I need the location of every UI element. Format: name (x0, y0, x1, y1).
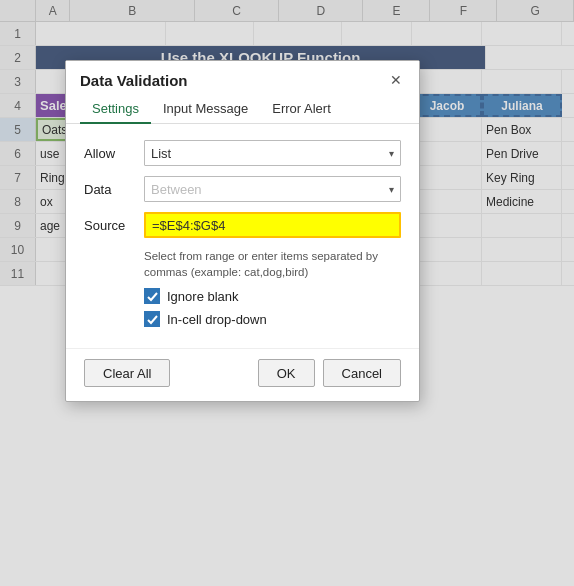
hint-text: Select from range or enter items separat… (144, 248, 401, 280)
data-select[interactable]: Between ▾ (144, 176, 401, 202)
ignore-blank-checkbox[interactable] (144, 288, 160, 304)
cancel-button[interactable]: Cancel (323, 359, 401, 387)
source-row: Source (84, 212, 401, 238)
close-button[interactable]: ✕ (387, 71, 405, 89)
tab-settings[interactable]: Settings (80, 95, 151, 124)
allow-select[interactable]: List ▾ (144, 140, 401, 166)
checkmark-icon (147, 314, 158, 325)
checkmark-icon (147, 291, 158, 302)
allow-row: Allow List ▾ (84, 140, 401, 166)
dialog-body: Allow List ▾ Data Between ▾ Source (66, 134, 419, 344)
allow-chevron-icon: ▾ (389, 148, 394, 159)
source-input[interactable] (144, 212, 401, 238)
in-cell-dropdown-row: In-cell drop-down (144, 311, 401, 327)
spreadsheet: A B C D E F G 1 2 Use the XLOOKUP Functi… (0, 0, 574, 586)
ok-cancel-group: OK Cancel (258, 359, 401, 387)
data-row: Data Between ▾ (84, 176, 401, 202)
clear-all-button[interactable]: Clear All (84, 359, 170, 387)
tab-error-alert[interactable]: Error Alert (260, 95, 343, 124)
allow-label: Allow (84, 146, 144, 161)
tab-input-message[interactable]: Input Message (151, 95, 260, 124)
data-label: Data (84, 182, 144, 197)
data-validation-dialog: Data Validation ✕ Settings Input Message… (65, 60, 420, 402)
in-cell-dropdown-checkbox[interactable] (144, 311, 160, 327)
dialog-tabs: Settings Input Message Error Alert (66, 95, 419, 124)
dialog-title: Data Validation (80, 72, 188, 89)
ignore-blank-label: Ignore blank (167, 289, 239, 304)
in-cell-dropdown-label: In-cell drop-down (167, 312, 267, 327)
ok-button[interactable]: OK (258, 359, 315, 387)
data-chevron-icon: ▾ (389, 184, 394, 195)
dialog-titlebar: Data Validation ✕ (66, 61, 419, 95)
dialog-footer: Clear All OK Cancel (66, 348, 419, 401)
source-label: Source (84, 218, 144, 233)
ignore-blank-row: Ignore blank (144, 288, 401, 304)
